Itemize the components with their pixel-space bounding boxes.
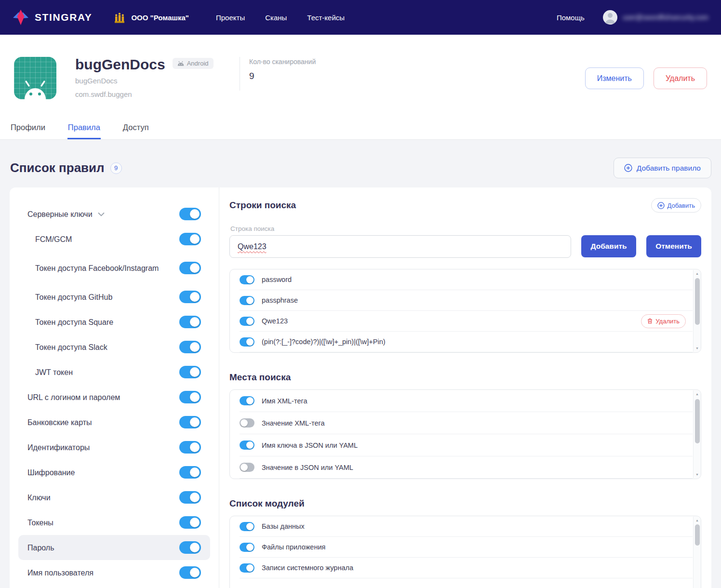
rule-toggle[interactable]	[179, 341, 201, 353]
scan-count-label: Кол-во сканирований	[249, 58, 316, 66]
tab-rules[interactable]: Правила	[67, 116, 101, 139]
sidebar-item-label: Токены	[27, 518, 53, 528]
rule-toggle[interactable]	[179, 566, 201, 579]
delete-string-button[interactable]: Удалить	[641, 314, 686, 328]
rule-detail-panel: Строки поиска Добавить Строка поиска Qwe…	[219, 187, 711, 588]
stingray-logo-icon	[13, 9, 29, 26]
sidebar-item-keys[interactable]: Ключи	[18, 485, 210, 510]
stingray-logo[interactable]: STINGRAY	[13, 9, 92, 26]
search-place-label: Имя ключа в JSON или YAML	[262, 441, 358, 449]
app-tabs: Профили Правила Доступ	[0, 116, 721, 140]
sidebar-item-slack-token[interactable]: Токен доступа Slack	[18, 334, 210, 360]
app-package-id: com.swdf.buggen	[75, 90, 240, 98]
place-toggle[interactable]	[240, 463, 254, 472]
delete-string-label: Удалить	[655, 318, 680, 325]
scrollbar[interactable]	[693, 270, 701, 352]
trash-icon	[647, 318, 653, 324]
submit-add-button[interactable]: Добавить	[581, 235, 636, 257]
tab-access[interactable]: Доступ	[122, 116, 149, 139]
module-label: Базы данных	[262, 522, 305, 530]
search-string-input[interactable]: Qwe123	[229, 235, 571, 258]
sidebar-item-fcm-gcm[interactable]: FCM/GCM	[18, 227, 210, 252]
rule-toggle[interactable]	[179, 441, 201, 454]
sidebar-item-identifiers[interactable]: Идентификаторы	[18, 435, 210, 460]
sidebar-item-url-login-password[interactable]: URL с логином и паролем	[18, 385, 210, 410]
sidebar-item-square-token[interactable]: Токен доступа Square	[18, 309, 210, 334]
add-rule-button[interactable]: Добавить правило	[614, 158, 711, 178]
rule-categories-list: Серверные ключи FCM/GCM Токен доступа Fa…	[10, 187, 219, 588]
delete-button[interactable]: Удалить	[654, 67, 707, 89]
scrollbar-thumb[interactable]	[695, 278, 700, 325]
android-robot-icon	[21, 79, 49, 99]
sidebar-item-bank-cards[interactable]: Банковские карты	[18, 410, 210, 435]
scrollbar-thumb[interactable]	[695, 399, 700, 443]
scrollbar-thumb[interactable]	[695, 524, 700, 546]
sidebar-item-username[interactable]: Имя пользователя	[18, 560, 210, 585]
nav-link-scans[interactable]: Сканы	[265, 13, 287, 22]
org-switcher[interactable]: ООО "Ромашка"	[113, 12, 189, 24]
add-search-string-button[interactable]: Добавить	[651, 198, 701, 213]
rule-toggle[interactable]	[179, 491, 201, 504]
sidebar-item-facebook-instagram-token[interactable]: Токен доступа Facebook/Instagram	[18, 252, 210, 284]
rule-toggle[interactable]	[179, 541, 201, 554]
place-toggle[interactable]	[240, 396, 254, 405]
help-link[interactable]: Помощь	[557, 13, 585, 22]
rule-toggle[interactable]	[179, 316, 201, 328]
place-toggle[interactable]	[240, 441, 254, 450]
search-string-input-label: Строка поиска	[230, 225, 701, 232]
user-email-blurred[interactable]: user@swordfishsecurity.com	[623, 13, 708, 21]
tab-profiles[interactable]: Профили	[10, 116, 46, 139]
sidebar-item-password[interactable]: Пароль	[18, 535, 210, 560]
module-toggle[interactable]	[240, 563, 254, 573]
sidebar-item-server-keys[interactable]: Серверные ключи	[18, 201, 210, 227]
place-toggle[interactable]	[240, 418, 254, 428]
sidebar-item-jwt-token[interactable]: JWT токен	[18, 360, 210, 385]
user-avatar[interactable]	[603, 10, 617, 25]
cancel-button[interactable]: Отменить	[646, 235, 701, 257]
org-name: ООО "Ромашка"	[131, 13, 189, 22]
scrollbar[interactable]	[693, 390, 701, 478]
rule-toggle[interactable]	[179, 291, 201, 303]
sidebar-item-label: Токен доступа Slack	[35, 342, 107, 352]
app-header: bugGenDocs Android bugGenDocs com.swdf.b…	[0, 35, 721, 116]
modules-list: Базы данных Файлы приложения Записи сист…	[229, 516, 701, 588]
module-row: Записи системного журнала	[240, 558, 693, 578]
rules-count-badge: 9	[110, 162, 122, 174]
rule-toggle[interactable]	[179, 262, 201, 274]
nav-link-projects[interactable]: Проекты	[216, 13, 245, 22]
rule-toggle[interactable]	[179, 208, 201, 220]
search-string-value: password	[262, 276, 292, 283]
search-place-label: Значение в JSON или YAML	[262, 464, 353, 471]
sidebar-item-label: Ключи	[27, 493, 51, 503]
rule-toggle[interactable]	[179, 366, 201, 378]
edit-button[interactable]: Изменить	[585, 67, 644, 89]
rule-toggle[interactable]	[179, 466, 201, 479]
rule-toggle[interactable]	[179, 391, 201, 403]
sidebar-item-label: URL с логином и паролем	[27, 392, 120, 402]
module-label: Записи системного журнала	[262, 564, 353, 572]
module-toggle[interactable]	[240, 522, 254, 531]
string-toggle[interactable]	[240, 337, 254, 347]
rule-toggle[interactable]	[179, 516, 201, 529]
add-search-string-label: Добавить	[668, 202, 695, 209]
string-toggle[interactable]	[240, 296, 254, 305]
scrollbar[interactable]	[693, 517, 701, 588]
search-string-value: Qwe123	[262, 317, 288, 325]
string-toggle[interactable]	[240, 275, 254, 284]
string-toggle[interactable]	[240, 317, 254, 326]
sidebar-item-tokens[interactable]: Токены	[18, 510, 210, 535]
sidebar-item-label: Банковские карты	[27, 417, 92, 428]
sidebar-item-label: Серверные ключи	[27, 209, 93, 219]
rule-toggle[interactable]	[179, 416, 201, 428]
sidebar-item-label: Идентификаторы	[27, 442, 90, 453]
rule-toggle[interactable]	[179, 233, 201, 245]
sidebar-item-encryption[interactable]: Шифрование	[18, 460, 210, 485]
sidebar-item-github-token[interactable]: Токен доступа GitHub	[18, 284, 210, 309]
sidebar-item-label: Токен доступа Facebook/Instagram	[35, 263, 159, 273]
sidebar-item-label: FCM/GCM	[35, 234, 72, 244]
nav-link-testcases[interactable]: Тест-кейсы	[307, 13, 345, 22]
chevron-down-icon[interactable]	[98, 212, 105, 216]
search-string-row: (pin(?:[_-]?code)?)|([\w]+_pin)|([\w]+Pi…	[240, 332, 693, 352]
module-label: Файлы приложения	[262, 543, 325, 551]
module-toggle[interactable]	[240, 543, 254, 552]
